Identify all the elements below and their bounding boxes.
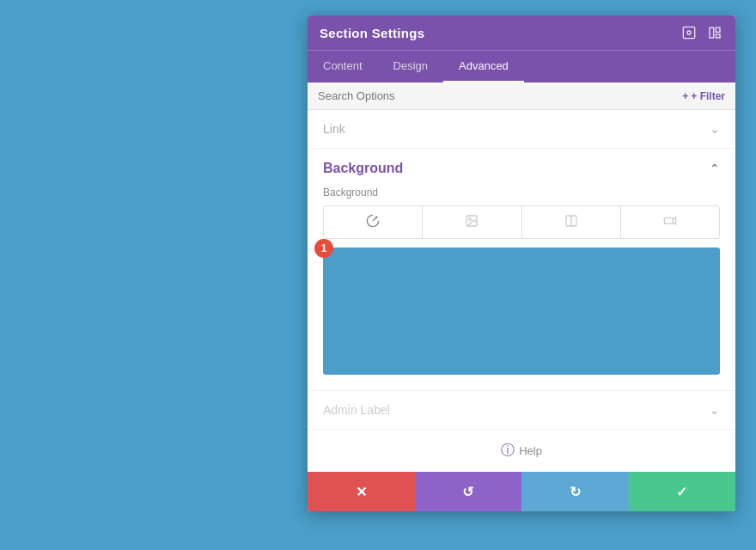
bg-tab-gradient[interactable] <box>522 206 621 238</box>
svg-rect-4 <box>716 34 720 38</box>
help-label: Help <box>519 444 542 457</box>
background-sublabel: Background <box>323 186 720 199</box>
redo-button[interactable]: ↻ <box>521 472 629 511</box>
svg-point-1 <box>687 31 691 34</box>
admin-chevron-down-icon: ⌄ <box>710 403 720 417</box>
panel-header: Section Settings <box>308 15 735 50</box>
svg-point-5 <box>375 217 378 219</box>
svg-rect-3 <box>716 28 720 32</box>
bg-tab-video[interactable] <box>621 206 719 238</box>
video-icon <box>663 214 677 230</box>
svg-rect-2 <box>710 28 714 38</box>
panel-footer: ✕ ↺ ↻ ✓ <box>308 472 735 511</box>
filter-plus-icon: + <box>682 90 688 102</box>
admin-label-section[interactable]: Admin Label ⌄ <box>308 391 735 430</box>
search-bar: + + Filter <box>308 82 735 110</box>
section-settings-panel: Section Settings Content Design Advanced <box>308 15 735 511</box>
tab-design[interactable]: Design <box>378 51 443 82</box>
tabs-bar: Content Design Advanced <box>308 50 735 82</box>
color-badge-number: 1 <box>314 239 333 258</box>
background-title: Background <box>323 161 403 176</box>
color-brush-icon <box>366 214 380 230</box>
filter-label: + Filter <box>691 90 725 102</box>
help-circle-icon: ⓘ <box>501 442 515 460</box>
background-type-tabs <box>323 205 720 239</box>
settings-icon[interactable] <box>680 24 698 41</box>
color-preview-swatch[interactable] <box>323 248 720 375</box>
background-section-header[interactable]: Background ⌃ <box>323 161 720 176</box>
help-row[interactable]: ⓘ Help <box>308 430 735 472</box>
admin-label-text: Admin Label <box>323 403 390 417</box>
color-preview-wrap: 1 <box>323 248 720 375</box>
undo-button[interactable]: ↺ <box>415 472 522 511</box>
filter-button[interactable]: + + Filter <box>682 90 725 102</box>
save-button[interactable]: ✓ <box>629 472 736 511</box>
svg-rect-10 <box>664 218 673 224</box>
search-input[interactable] <box>318 89 643 102</box>
header-icons <box>680 24 723 41</box>
tab-advanced[interactable]: Advanced <box>443 51 524 82</box>
tab-content[interactable]: Content <box>308 51 378 82</box>
bg-tab-color[interactable] <box>324 206 423 238</box>
background-chevron-up-icon: ⌃ <box>710 162 720 175</box>
link-label: Link <box>323 122 345 136</box>
image-icon <box>465 214 479 230</box>
svg-rect-0 <box>683 27 694 38</box>
link-chevron-down-icon: ⌄ <box>710 122 720 136</box>
panel-title: Section Settings <box>320 26 424 40</box>
gradient-icon <box>564 214 578 230</box>
svg-point-7 <box>469 218 472 221</box>
bg-tab-image[interactable] <box>423 206 521 238</box>
cancel-button[interactable]: ✕ <box>308 472 415 511</box>
background-section: Background ⌃ Background <box>308 149 735 391</box>
link-section-row[interactable]: Link ⌄ <box>308 110 735 149</box>
layout-icon[interactable] <box>706 24 723 41</box>
panel-body: Link ⌄ Background ⌃ Background <box>308 110 735 472</box>
